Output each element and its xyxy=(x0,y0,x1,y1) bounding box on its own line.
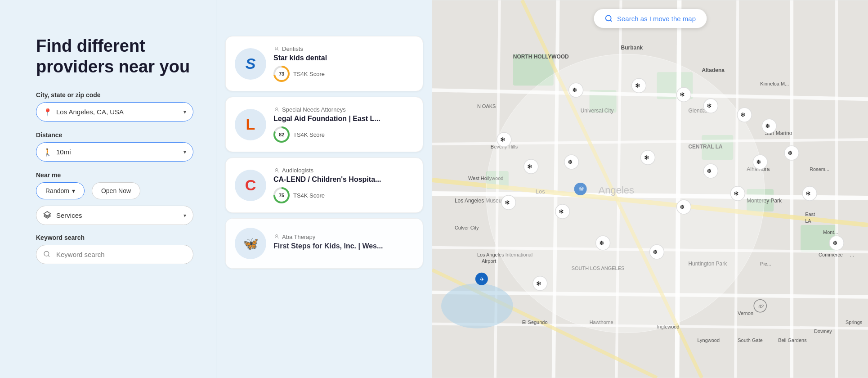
svg-text:Kinneloa M...: Kinneloa M... xyxy=(760,81,789,86)
svg-text:Downey: Downey xyxy=(814,328,832,334)
location-icon: 📍 xyxy=(43,108,52,116)
svg-text:❄: ❄ xyxy=(527,163,532,170)
svg-text:Springs: Springs xyxy=(846,320,863,325)
score-label-2: TS4K Score xyxy=(293,131,325,138)
score-row-1: 73 TS4K Score xyxy=(273,66,414,82)
city-input[interactable] xyxy=(36,102,193,122)
near-me-group: Near me Random ▾ xyxy=(36,170,85,199)
provider-name-1: Star kids dental xyxy=(273,54,414,62)
provider-category-icon-1 xyxy=(273,46,280,52)
svg-point-75 xyxy=(486,54,765,333)
svg-text:Pic...: Pic... xyxy=(760,261,771,266)
open-now-label: Open Now xyxy=(101,187,131,194)
provider-category-text-4: Aba Therapy xyxy=(282,234,315,240)
search-icon-keyword xyxy=(43,250,50,259)
provider-logo-3: C xyxy=(235,170,266,201)
provider-card-1[interactable]: S Dentists Star kids dental 73 TS4K Scor… xyxy=(225,36,423,91)
results-panel: S Dentists Star kids dental 73 TS4K Scor… xyxy=(216,0,432,378)
svg-text:Culver City: Culver City xyxy=(455,225,479,230)
svg-text:East: East xyxy=(805,212,815,217)
keyword-label: Keyword search xyxy=(36,234,193,241)
layers-icon xyxy=(43,211,51,220)
near-me-value: Random xyxy=(45,187,69,194)
svg-line-121 xyxy=(610,20,611,21)
svg-text:Bell Gardens: Bell Gardens xyxy=(778,338,807,343)
provider-info-2: Special Needs Attorneys Legal Aid Founda… xyxy=(273,106,414,143)
svg-text:Vernon: Vernon xyxy=(738,310,753,316)
svg-text:❄: ❄ xyxy=(572,86,577,94)
provider-category-icon-4 xyxy=(273,234,280,240)
open-now-button[interactable]: Open Now xyxy=(92,182,140,199)
score-value-1: 73 xyxy=(275,68,288,80)
svg-point-4 xyxy=(276,108,278,110)
logo-letter-2: L xyxy=(246,116,255,133)
provider-card-4[interactable]: 🦋 Aba Therapy First Steps for Kids, Inc.… xyxy=(225,218,423,269)
score-label-1: TS4K Score xyxy=(293,71,325,77)
provider-category-3: Audiologists xyxy=(273,167,414,174)
score-value-2: 82 xyxy=(275,128,288,141)
distance-label: Distance xyxy=(36,131,193,139)
svg-text:Airport: Airport xyxy=(482,258,496,264)
dropdown-arrow-services: ▾ xyxy=(183,212,186,219)
open-now-group: Open Now xyxy=(92,170,140,199)
svg-text:El Segundo: El Segundo xyxy=(522,320,548,325)
svg-text:❄: ❄ xyxy=(787,149,793,157)
svg-text:Altadena: Altadena xyxy=(702,67,725,73)
provider-card-3[interactable]: C Audiologists CA-LEND / Children's Hosp… xyxy=(225,158,423,213)
svg-text:❄: ❄ xyxy=(653,248,658,256)
svg-text:✈: ✈ xyxy=(480,276,484,283)
distance-input-wrapper: 🚶 ▾ xyxy=(36,142,193,162)
provider-card-2[interactable]: L Special Needs Attorneys Legal Aid Foun… xyxy=(225,97,423,152)
search-map-icon xyxy=(604,14,613,22)
provider-category-text-1: Dentists xyxy=(282,45,303,52)
svg-text:Rosem...: Rosem... xyxy=(810,166,829,172)
svg-text:❄: ❄ xyxy=(765,122,770,130)
city-input-wrapper: 📍 ▾ xyxy=(36,102,193,122)
svg-text:42: 42 xyxy=(758,304,764,309)
provider-name-3: CA-LEND / Children's Hospita... xyxy=(273,176,414,184)
svg-point-6 xyxy=(276,234,278,237)
svg-point-31 xyxy=(441,284,513,328)
logo-letter-4: 🦋 xyxy=(243,236,259,251)
svg-text:❄: ❄ xyxy=(680,203,685,211)
provider-info-3: Audiologists CA-LEND / Children's Hospit… xyxy=(273,167,414,203)
score-label-3: TS4K Score xyxy=(293,192,325,199)
svg-text:NORTH HOLLYWOOD: NORTH HOLLYWOOD xyxy=(513,54,569,60)
provider-category-text-3: Audiologists xyxy=(282,167,313,174)
distance-input[interactable] xyxy=(36,142,193,162)
score-value-3: 75 xyxy=(275,189,288,202)
svg-point-5 xyxy=(276,168,278,171)
map-panel: NORTH HOLLYWOOD Burbank Altadena Kinnelo… xyxy=(432,0,868,378)
svg-text:N OAKS: N OAKS xyxy=(477,104,496,109)
svg-text:LA: LA xyxy=(805,218,811,224)
sidebar: Find different providers near you City, … xyxy=(0,0,216,378)
svg-text:❄: ❄ xyxy=(707,167,712,175)
search-map-button[interactable]: Search as I move the map xyxy=(594,9,707,28)
search-map-label: Search as I move the map xyxy=(617,15,696,22)
services-input[interactable] xyxy=(36,206,193,225)
dropdown-arrow-distance: ▾ xyxy=(183,149,186,155)
score-row-3: 75 TS4K Score xyxy=(273,187,414,203)
svg-text:❄: ❄ xyxy=(500,136,506,143)
services-wrapper: ▾ xyxy=(36,206,193,225)
keyword-input[interactable] xyxy=(36,245,193,264)
svg-text:❄: ❄ xyxy=(536,280,541,287)
map-background: NORTH HOLLYWOOD Burbank Altadena Kinnelo… xyxy=(432,0,868,378)
svg-text:❄: ❄ xyxy=(635,82,640,89)
city-label: City, state or zip code xyxy=(36,91,193,99)
provider-logo-4: 🦋 xyxy=(235,228,266,259)
near-me-button[interactable]: Random ▾ xyxy=(36,182,85,199)
provider-category-icon-3 xyxy=(273,167,280,174)
svg-text:❄: ❄ xyxy=(680,91,685,98)
near-me-arrow: ▾ xyxy=(72,187,75,194)
svg-text:❄: ❄ xyxy=(756,158,761,166)
svg-text:Commerce: Commerce xyxy=(819,252,843,257)
svg-text:Burbank: Burbank xyxy=(621,45,643,51)
provider-category-2: Special Needs Attorneys xyxy=(273,106,414,113)
provider-category-icon-2 xyxy=(273,107,280,113)
dropdown-arrow-city: ▾ xyxy=(183,109,186,115)
score-circle-1: 73 xyxy=(273,66,290,82)
svg-text:❄: ❄ xyxy=(559,208,564,215)
svg-text:South Gate: South Gate xyxy=(738,338,763,343)
svg-text:❄: ❄ xyxy=(644,154,649,161)
